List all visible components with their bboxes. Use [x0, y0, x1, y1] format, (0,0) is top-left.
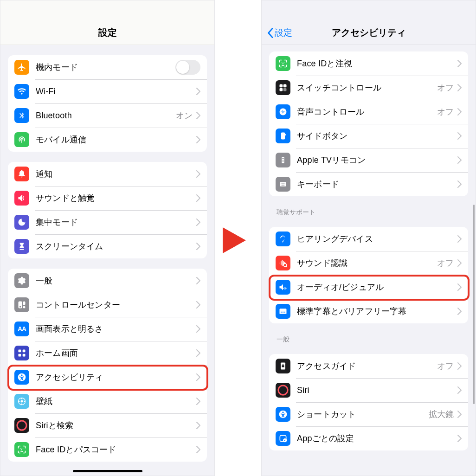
voicecontrol-icon: [276, 104, 290, 119]
svg-rect-34: [282, 183, 283, 183]
chevron-right-icon: [196, 422, 200, 429]
screentime-icon: [14, 239, 29, 254]
svg-rect-22: [283, 88, 287, 91]
chevron-right-icon: [457, 386, 462, 394]
svg-marker-16: [223, 227, 246, 253]
settings-group: 機内モード Wi-Fi Bluetooth オン モバイル通信: [8, 55, 207, 152]
page-title: 設定: [98, 26, 117, 39]
chevron-right-icon: [196, 349, 200, 357]
svg-rect-24: [281, 133, 285, 140]
settings-row[interactable]: Siri: [269, 378, 468, 402]
chevron-right-icon: [457, 259, 462, 267]
row-label: モバイル通信: [36, 134, 196, 145]
settings-row[interactable]: スイッチコントロール オフ: [269, 76, 468, 100]
settings-row[interactable]: AA 画面表示と明るさ: [8, 317, 207, 341]
settings-row[interactable]: Bluetooth オン: [8, 103, 207, 128]
siri-icon: [14, 418, 29, 433]
toggle[interactable]: [175, 60, 200, 75]
navbar: 設定 アクセシビリティ: [262, 0, 476, 45]
row-label: 音声コントロール: [297, 106, 437, 117]
settings-row[interactable]: Face IDと注視: [269, 51, 468, 76]
faceid-icon: [14, 442, 29, 457]
chevron-right-icon: [196, 88, 200, 95]
svg-point-17: [282, 63, 283, 64]
chevron-right-icon: [457, 283, 462, 291]
settings-row[interactable]: 一般: [8, 269, 207, 293]
chevron-right-icon: [457, 156, 462, 164]
settings-row[interactable]: Apple TVリモコン: [269, 148, 468, 172]
chevron-right-icon: [196, 243, 200, 250]
settings-group: Face IDと注視 スイッチコントロール オフ 音声コントロール オフ サイド…: [269, 51, 468, 196]
chevron-right-icon: [196, 277, 200, 284]
subtitles-icon: [276, 304, 290, 319]
back-button[interactable]: 設定: [267, 27, 292, 39]
row-label: 壁紙: [36, 396, 196, 407]
settings-row[interactable]: Wi-Fi: [8, 79, 207, 103]
settings-row[interactable]: Siriと検索: [8, 413, 207, 437]
chevron-right-icon: [457, 235, 462, 243]
settings-row[interactable]: サウンドと触覚: [8, 186, 207, 210]
chevron-right-icon: [457, 84, 462, 91]
settings-row[interactable]: オーディオ/ビジュアル: [269, 275, 468, 299]
chevron-right-icon: [457, 435, 462, 442]
display-icon: AA: [14, 322, 29, 336]
row-label: Bluetooth: [36, 111, 176, 121]
settings-row[interactable]: 集中モード: [8, 210, 207, 234]
shortcut-icon: [276, 407, 290, 422]
row-value: 拡大鏡: [429, 409, 454, 420]
chevron-right-icon: [457, 60, 462, 67]
svg-rect-35: [283, 183, 284, 183]
settings-row[interactable]: ホーム画面: [8, 341, 207, 365]
row-label: ホーム画面: [36, 347, 196, 359]
row-label: 標準字幕とバリアフリー字幕: [297, 306, 457, 317]
settings-row[interactable]: Face IDとパスコード: [8, 437, 207, 462]
svg-point-27: [282, 158, 283, 159]
svg-rect-25: [285, 134, 286, 135]
settings-row[interactable]: サウンド認識 オフ: [269, 251, 468, 275]
chevron-right-icon: [196, 373, 200, 381]
svg-point-28: [282, 160, 283, 161]
row-label: オーディオ/ビジュアル: [297, 282, 457, 293]
settings-row[interactable]: 音声コントロール オフ: [269, 100, 468, 124]
settings-row[interactable]: 標準字幕とバリアフリー字幕: [269, 299, 468, 323]
settings-row[interactable]: 通知: [8, 162, 207, 186]
accessibility-icon: [14, 370, 29, 385]
settings-row[interactable]: 壁紙: [8, 389, 207, 413]
settings-row[interactable]: サイドボタン: [269, 124, 468, 148]
row-label: アクセスガイド: [297, 360, 437, 372]
row-label: サウンド認識: [297, 257, 437, 269]
settings-row[interactable]: アクセシビリティ: [8, 365, 207, 389]
svg-point-40: [284, 288, 286, 289]
settings-row[interactable]: Appごとの設定: [269, 426, 468, 450]
svg-rect-41: [280, 309, 287, 314]
svg-rect-45: [282, 365, 284, 367]
faceid-icon: [276, 56, 290, 71]
scrollbar[interactable]: [473, 205, 475, 404]
audiovisual-icon: [276, 280, 290, 295]
chevron-right-icon: [196, 219, 200, 226]
settings-row[interactable]: ヒアリングデバイス: [269, 227, 468, 251]
settings-row[interactable]: スクリーンタイム: [8, 234, 207, 258]
settings-row[interactable]: キーボード: [269, 172, 468, 196]
settings-row[interactable]: 機内モード: [8, 55, 207, 79]
bluetooth-icon: [14, 108, 29, 123]
settings-row[interactable]: アクセスガイド オフ: [269, 354, 468, 378]
guidedaccess-icon: [276, 359, 290, 373]
settings-row[interactable]: ショートカット 拡大鏡: [269, 402, 468, 426]
settings-row[interactable]: コントロールセンター: [8, 293, 207, 317]
wallpaper-icon: [14, 394, 29, 409]
row-label: Apple TVリモコン: [297, 154, 457, 166]
chevron-right-icon: [196, 398, 200, 405]
row-label: Siriと検索: [36, 420, 196, 431]
chevron-right-icon: [457, 362, 462, 370]
arrow-right-icon: [223, 227, 246, 253]
row-value: オフ: [437, 82, 454, 93]
settings-screen: 設定 機内モード Wi-Fi Bluetooth オン モバイル通信 通知 サウ…: [0, 0, 215, 476]
row-label: アクセシビリティ: [36, 372, 196, 383]
page-title: アクセシビリティ: [332, 26, 406, 39]
home-indicator[interactable]: [73, 470, 142, 472]
cellular-icon: [14, 132, 29, 147]
settings-row[interactable]: モバイル通信: [8, 128, 207, 152]
row-value: オフ: [437, 257, 454, 269]
row-value: オフ: [437, 360, 454, 372]
